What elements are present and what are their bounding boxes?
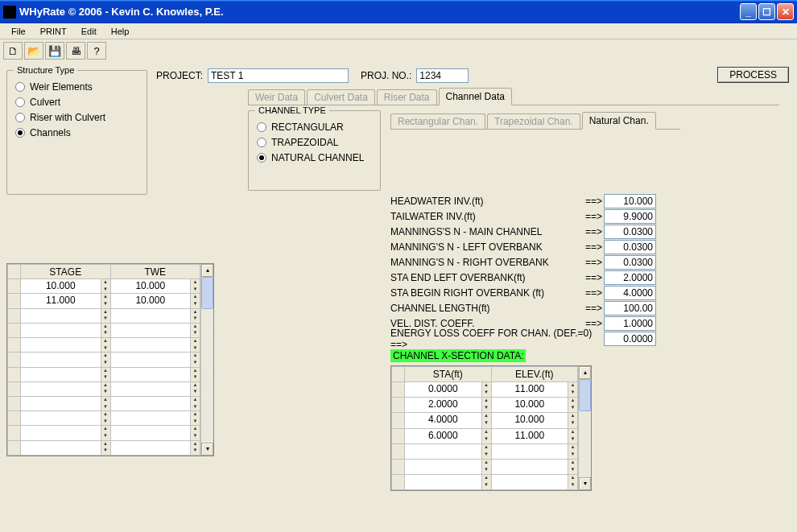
grid-cell[interactable]: 11.000▲▼	[21, 294, 111, 308]
process-button[interactable]: PROCESS	[717, 67, 789, 83]
grid-cell[interactable]: ▲▼	[405, 443, 492, 459]
stage-twe-table[interactable]: STAGETWE10.000▲▼10.000▲▼11.000▲▼10.000▲▼…	[7, 264, 200, 456]
row-header[interactable]	[392, 413, 405, 428]
grid-cell[interactable]: 10.000▲▼	[21, 279, 111, 294]
scroll-down-button[interactable]: ▾	[579, 477, 591, 490]
menu-edit[interactable]: Edit	[75, 25, 103, 38]
structure-type-option-3[interactable]: Channels	[15, 127, 138, 138]
scroll-up-button[interactable]: ▴	[201, 264, 213, 277]
row-header[interactable]	[8, 353, 21, 367]
grid-cell[interactable]: 0.0000▲▼	[405, 382, 492, 398]
structure-type-radio-2[interactable]	[15, 113, 25, 122]
row-header[interactable]	[392, 459, 405, 474]
grid-cell[interactable]: ▲▼	[21, 396, 111, 410]
grid-cell[interactable]: 11.000▲▼	[491, 428, 578, 443]
xsection-scrollbar[interactable]: ▴ ▾	[578, 366, 591, 490]
grid-cell[interactable]: ▲▼	[110, 411, 200, 426]
stage-twe-scrollbar[interactable]: ▴ ▾	[200, 264, 213, 456]
menu-help[interactable]: Help	[105, 25, 136, 38]
row-header[interactable]	[8, 338, 21, 353]
grid-cell[interactable]: ▲▼	[405, 459, 492, 474]
param-input-2[interactable]	[604, 225, 656, 239]
row-header[interactable]	[392, 398, 405, 413]
row-header[interactable]	[8, 411, 21, 426]
grid-cell[interactable]: ▲▼	[21, 323, 111, 337]
structure-type-option-1[interactable]: Culvert	[15, 97, 138, 108]
row-header[interactable]	[392, 474, 405, 489]
grid-cell[interactable]: ▲▼	[110, 308, 200, 323]
help-button[interactable]: ?	[87, 42, 106, 60]
grid-cell[interactable]: 10.000▲▼	[491, 398, 578, 413]
channel-type-option-2[interactable]: NATURAL CHANNEL	[257, 152, 372, 163]
scroll-down-button[interactable]: ▾	[201, 443, 213, 456]
grid-cell[interactable]: ▲▼	[110, 367, 200, 381]
xsection-table[interactable]: STA(ft)ELEV.(ft)0.0000▲▼11.000▲▼2.0000▲▼…	[391, 366, 578, 490]
param-input-1[interactable]	[604, 209, 656, 224]
param-input-9[interactable]	[604, 332, 656, 346]
row-header[interactable]	[8, 396, 21, 410]
menu-file[interactable]: File	[5, 25, 32, 38]
grid-cell[interactable]: ▲▼	[21, 308, 111, 323]
row-header[interactable]	[8, 294, 21, 308]
minimize-button[interactable]: _	[740, 3, 757, 20]
grid-cell[interactable]: ▲▼	[110, 396, 200, 410]
row-header[interactable]	[392, 428, 405, 443]
structure-type-radio-3[interactable]	[15, 128, 25, 138]
param-input-3[interactable]	[604, 240, 656, 254]
param-input-4[interactable]	[604, 255, 656, 270]
grid-cell[interactable]: ▲▼	[110, 338, 200, 353]
grid-cell[interactable]: ▲▼	[21, 411, 111, 426]
xsection-grid[interactable]: STA(ft)ELEV.(ft)0.0000▲▼11.000▲▼2.0000▲▼…	[390, 365, 592, 491]
grid-cell[interactable]: ▲▼	[21, 367, 111, 381]
new-button[interactable]: 🗋	[3, 42, 23, 60]
print-button[interactable]: 🖶	[66, 42, 85, 60]
row-header[interactable]	[8, 440, 21, 455]
save-button[interactable]: 💾	[45, 42, 64, 60]
grid-cell[interactable]: ▲▼	[110, 353, 200, 367]
row-header[interactable]	[8, 279, 21, 294]
param-input-6[interactable]	[604, 286, 656, 300]
menu-print[interactable]: PRINT	[34, 25, 73, 38]
structure-type-option-2[interactable]: Riser with Culvert	[15, 112, 138, 123]
param-input-0[interactable]	[604, 194, 656, 208]
structure-type-radio-1[interactable]	[15, 97, 25, 107]
param-input-5[interactable]	[604, 270, 656, 285]
main-tab-3[interactable]: Channel Data	[439, 88, 512, 105]
maximize-button[interactable]: ☐	[758, 3, 775, 20]
grid-cell[interactable]: 4.0000▲▼	[405, 413, 492, 428]
row-header[interactable]	[392, 443, 405, 459]
channel-type-radio-1[interactable]	[257, 138, 266, 147]
grid-cell[interactable]: ▲▼	[491, 474, 578, 489]
grid-cell[interactable]: 11.000▲▼	[491, 382, 578, 398]
row-header[interactable]	[8, 367, 21, 381]
grid-cell[interactable]: ▲▼	[21, 338, 111, 353]
row-header[interactable]	[8, 308, 21, 323]
grid-cell[interactable]: ▲▼	[110, 440, 200, 455]
grid-cell[interactable]: ▲▼	[21, 381, 111, 396]
channel-type-radio-0[interactable]	[257, 122, 266, 132]
param-input-8[interactable]	[604, 316, 656, 331]
channel-type-radio-2[interactable]	[257, 153, 266, 163]
grid-cell[interactable]: 10.000▲▼	[110, 279, 200, 294]
row-header[interactable]	[392, 382, 405, 398]
channel-type-option-1[interactable]: TRAPEZOIDAL	[257, 137, 372, 148]
grid-cell[interactable]: ▲▼	[21, 353, 111, 367]
grid-cell[interactable]: ▲▼	[405, 474, 492, 489]
structure-type-radio-0[interactable]	[15, 82, 25, 92]
open-button[interactable]: 📂	[24, 42, 43, 60]
grid-cell[interactable]: 2.0000▲▼	[405, 398, 492, 413]
scroll-up-button[interactable]: ▴	[579, 366, 591, 379]
grid-cell[interactable]: ▲▼	[491, 443, 578, 459]
grid-cell[interactable]: ▲▼	[21, 426, 111, 440]
row-header[interactable]	[8, 323, 21, 337]
grid-cell[interactable]: ▲▼	[110, 426, 200, 440]
channel-tab-2[interactable]: Natural Chan.	[582, 112, 656, 130]
grid-cell[interactable]: ▲▼	[491, 459, 578, 474]
grid-cell[interactable]: ▲▼	[110, 381, 200, 396]
row-header[interactable]	[8, 381, 21, 396]
grid-cell[interactable]: ▲▼	[110, 323, 200, 337]
close-button[interactable]: ✕	[777, 3, 794, 20]
stage-twe-grid[interactable]: STAGETWE10.000▲▼10.000▲▼11.000▲▼10.000▲▼…	[6, 263, 214, 456]
grid-cell[interactable]: 10.000▲▼	[491, 413, 578, 428]
param-input-7[interactable]	[604, 301, 656, 315]
